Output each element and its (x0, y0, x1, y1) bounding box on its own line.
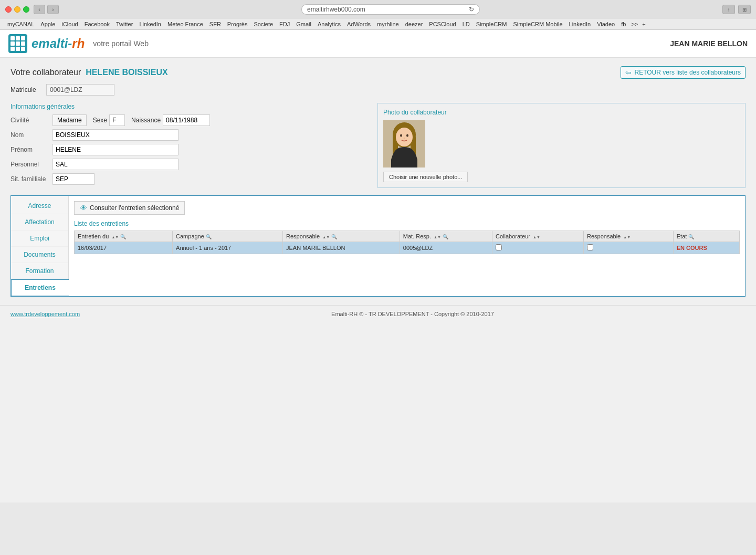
sexe-label: Sexe (93, 117, 107, 124)
close-button[interactable] (5, 6, 12, 13)
bookmark-viadeo[interactable]: Viadeo (594, 20, 618, 28)
col-responsable2[interactable]: Responsable ▲▼ (583, 231, 673, 242)
back-nav-button[interactable]: ‹ (34, 5, 45, 14)
bookmark-icloud[interactable]: iCloud (58, 20, 81, 28)
bookmark-progres[interactable]: Progrès (224, 20, 251, 28)
bookmarks-add[interactable]: + (640, 20, 647, 28)
col-responsable[interactable]: Responsable ▲▼ 🔍 (282, 231, 400, 242)
bookmark-linkedin2[interactable]: LinkedIn (566, 20, 594, 28)
bookmark-fdj[interactable]: FDJ (276, 20, 293, 28)
matricule-input[interactable] (46, 84, 114, 96)
civilite-value[interactable]: Madame (52, 114, 87, 126)
photo-panel: Photo du collaborateur (377, 103, 746, 188)
bookmark-myrhline[interactable]: myrhline (374, 20, 402, 28)
bookmark-simplecrm-mobile[interactable]: SimpleCRM Mobile (510, 20, 565, 28)
personnel-input[interactable] (52, 159, 178, 170)
search-resp-icon[interactable]: 🔍 (331, 234, 337, 239)
sexe-input[interactable] (109, 114, 125, 126)
bookmark-linkedin[interactable]: LinkedIn (136, 20, 164, 28)
share-button[interactable]: ↑ (722, 5, 735, 14)
bookmark-facebook[interactable]: Facebook (81, 20, 113, 28)
consult-label: Consulter l'entretien sélectionné (90, 204, 179, 212)
maximize-button[interactable] (23, 6, 29, 13)
browser-actions: ↑ ⊞ (722, 5, 751, 14)
bookmark-apple[interactable]: Apple (37, 20, 58, 28)
tab-formation[interactable]: Formation (11, 263, 68, 279)
bookmark-twitter[interactable]: Twitter (113, 20, 136, 28)
bookmark-mycanal[interactable]: myCANAL (4, 20, 37, 28)
bookmark-meteo[interactable]: Meteo France (164, 20, 206, 28)
photo-title[interactable]: Photo du collaborateur (383, 109, 740, 116)
bookmark-societe[interactable]: Societe (250, 20, 276, 28)
prenom-input[interactable] (52, 144, 178, 155)
resp-checkbox[interactable] (587, 244, 593, 250)
col-date[interactable]: Entretien du ▲▼ 🔍 (75, 231, 173, 242)
general-info-panel: Informations générales Civilité Madame S… (10, 103, 367, 188)
bookmark-gmail[interactable]: Gmail (293, 20, 314, 28)
refresh-icon[interactable]: ↻ (469, 6, 474, 13)
bookmark-sfr[interactable]: SFR (206, 20, 224, 28)
choose-photo-button[interactable]: Choisir une nouvelle photo... (383, 172, 468, 182)
sit-fam-row: Sit. familliale (10, 173, 367, 185)
minimize-button[interactable] (14, 6, 20, 13)
tab-documents[interactable]: Documents (11, 247, 68, 263)
bookmark-analytics[interactable]: Analytics (314, 20, 344, 28)
tab-entretiens[interactable]: Entretiens (11, 279, 69, 296)
cell-responsable-check[interactable] (583, 242, 673, 254)
search-etat-icon[interactable]: 🔍 (688, 234, 694, 239)
search-date-icon[interactable]: 🔍 (120, 234, 126, 239)
tab-adresse[interactable]: Adresse (11, 198, 68, 214)
tab-emploi[interactable]: Emploi (11, 231, 68, 247)
footer-link[interactable]: www.trdeveloppement.com (10, 311, 80, 317)
tab-affectation[interactable]: Affectation (11, 214, 68, 231)
logged-in-user: JEAN MARIE BELLON (670, 39, 748, 48)
bookmark-fb[interactable]: fb (618, 20, 629, 28)
col-etat-label: Etat (677, 233, 687, 239)
col-mat-resp[interactable]: Mat. Resp. ▲▼ 🔍 (400, 231, 492, 242)
bookmarks-more[interactable]: >> (629, 20, 640, 28)
sit-fam-input[interactable] (52, 173, 94, 185)
entretiens-table: Entretien du ▲▼ 🔍 Campagne 🔍 Responsable… (74, 231, 740, 254)
logo-icon (8, 34, 27, 53)
nom-label: Nom (10, 131, 52, 139)
col-collaborateur[interactable]: Collaborateur ▲▼ (492, 231, 583, 242)
bookmark-deezer[interactable]: deezer (402, 20, 426, 28)
col-date-label: Entretien du (78, 233, 109, 239)
back-to-list-button[interactable]: ⇦ RETOUR vers liste des collaborateurs (621, 66, 746, 79)
collab-checkbox[interactable] (496, 244, 502, 250)
tabs-sidebar: Adresse Affectation Emploi Documents For… (11, 196, 69, 296)
sort-collab-icon[interactable]: ▲▼ (533, 235, 540, 239)
address-bar[interactable]: emaltirhweb000.com ↻ (301, 4, 480, 15)
consult-button[interactable]: 👁 Consulter l'entretien sélectionné (74, 201, 185, 215)
search-mat-icon[interactable]: 🔍 (443, 234, 448, 239)
cell-collaborateur-check[interactable] (492, 242, 583, 254)
cell-responsable: JEAN MARIE BELLON (282, 242, 400, 254)
sort-date-icon[interactable]: ▲▼ (111, 235, 119, 239)
search-campagne-icon[interactable]: 🔍 (206, 234, 212, 239)
cell-campagne: Annuel - 1 ans - 2017 (173, 242, 283, 254)
civilite-label: Civilité (10, 117, 52, 124)
bookmark-adwords[interactable]: AdWords (344, 20, 374, 28)
bookmark-pcscloud[interactable]: PCSCloud (426, 20, 459, 28)
general-info-title[interactable]: Informations générales (10, 103, 367, 110)
bookmark-ld[interactable]: LD (459, 20, 473, 28)
forward-nav-button[interactable]: › (47, 5, 59, 14)
main-content: Votre collaborateur HELENE BOISSIEUX ⇦ R… (0, 58, 756, 305)
tabs-panel: Adresse Affectation Emploi Documents For… (10, 195, 746, 297)
col-etat[interactable]: Etat 🔍 (673, 231, 739, 242)
bookmark-simplecrm[interactable]: SimpleCRM (473, 20, 510, 28)
nav-buttons: ‹ › (34, 5, 59, 14)
page-title-prefix: Votre collaborateur (10, 68, 81, 77)
col-campagne[interactable]: Campagne 🔍 (173, 231, 283, 242)
sort-mat-icon[interactable]: ▲▼ (434, 235, 441, 239)
sort-resp2-icon[interactable]: ▲▼ (623, 235, 631, 239)
back-button-label: RETOUR vers liste des collaborateurs (634, 69, 741, 76)
sort-resp-icon[interactable]: ▲▼ (322, 235, 330, 239)
photo-area: Choisir une nouvelle photo... (383, 120, 740, 182)
svg-point-6 (406, 134, 408, 137)
table-row[interactable]: 16/03/2017 Annuel - 1 ans - 2017 JEAN MA… (75, 242, 740, 254)
naissance-input[interactable] (163, 114, 210, 126)
new-tab-button[interactable]: ⊞ (738, 5, 751, 14)
logo-text: emalti-rh (32, 36, 85, 51)
nom-input[interactable] (52, 129, 178, 141)
